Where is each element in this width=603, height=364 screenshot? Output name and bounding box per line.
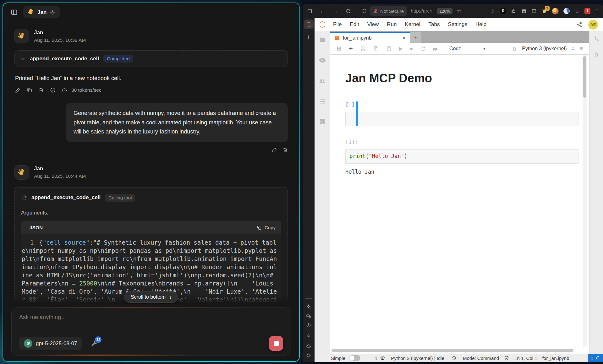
thumbs-up-extension-icon[interactable] <box>511 8 517 14</box>
scrollbar-thumb[interactable] <box>332 349 573 352</box>
copy-cell-icon[interactable] <box>373 46 379 52</box>
code-cell-1[interactable]: [1]: print("Hello Jan") Hello Jan <box>345 139 589 175</box>
address-url[interactable]: http://archli <box>411 8 435 14</box>
save-icon[interactable] <box>336 46 342 52</box>
user-avatar[interactable]: AE <box>588 20 598 30</box>
sidebar-toggle-icon[interactable] <box>11 9 18 16</box>
downloads-icon[interactable] <box>490 8 495 14</box>
flame-extension-icon[interactable] <box>574 8 580 14</box>
archive-extension-icon[interactable] <box>521 8 527 14</box>
thread-tab[interactable]: Jan <box>23 6 60 18</box>
toolbar-menu-icon[interactable]: ≡ <box>579 45 583 52</box>
back-icon[interactable]: ← <box>319 8 326 15</box>
model-selector[interactable]: gpt-5-2025-08-07 <box>19 337 82 350</box>
bookmarks-star-icon[interactable]: ☆ <box>306 332 311 339</box>
message-timestamp: Aug 11, 2025, 10:39 AM <box>34 37 86 43</box>
kernel-name[interactable]: Python 3 (ipykernel) <box>522 46 567 52</box>
chat-input[interactable] <box>19 314 283 332</box>
notebook-tab[interactable]: for_jan.ipynb × <box>330 32 410 43</box>
cell-type-select[interactable]: Code ▾ <box>449 46 485 52</box>
menu-help[interactable]: Help <box>471 21 491 28</box>
sparkle-icon[interactable] <box>306 304 311 309</box>
menu-settings[interactable]: Settings <box>444 21 471 28</box>
chat-scroll-area[interactable]: Jan Aug 11, 2025, 10:39 AM append_execut… <box>3 21 299 304</box>
edit-icon[interactable] <box>272 147 277 153</box>
debugger-bug-icon[interactable] <box>593 51 600 57</box>
kernel-count[interactable]: 1 <box>375 356 377 361</box>
cloud-icon[interactable] <box>306 343 311 349</box>
new-tab-icon[interactable]: + <box>307 33 310 41</box>
paste-cell-icon[interactable] <box>386 46 392 52</box>
avatar-extension-icon[interactable] <box>552 8 559 14</box>
forward-icon[interactable]: → <box>332 8 339 15</box>
restart-kernel-icon[interactable] <box>420 46 425 52</box>
jupyter-favicon-tab[interactable] <box>304 19 314 29</box>
menu-run[interactable]: Run <box>383 21 401 28</box>
settings-gear-icon[interactable] <box>306 353 311 358</box>
tool-call-completed[interactable]: append_execute_code_cell Completed <box>14 50 288 67</box>
debugger-bug-icon[interactable] <box>512 46 517 52</box>
trust-shield-icon[interactable] <box>504 356 509 361</box>
tools-button[interactable]: 12 <box>90 340 98 347</box>
menu-kernel[interactable]: Kernel <box>401 21 424 28</box>
kernel-status-text[interactable]: Python 3 (ipykernel) | Idle <box>391 356 444 361</box>
notebook-content[interactable]: Jan MCP Demo [ ]: [1]: print("Hello Jan"… <box>330 55 589 354</box>
delete-icon[interactable] <box>38 87 44 93</box>
tool-call-header[interactable]: append_execute_code_cell Calling tool <box>21 194 281 202</box>
history-icon[interactable] <box>451 356 457 361</box>
file-browser-icon[interactable] <box>319 36 326 43</box>
info-icon[interactable] <box>50 87 56 93</box>
share-icon[interactable] <box>577 22 583 28</box>
notification-extension-icon[interactable]: 1 <box>584 8 590 14</box>
menu-view[interactable]: View <box>363 21 383 28</box>
delete-icon[interactable] <box>282 147 288 153</box>
cell-editor[interactable]: print("Hello Jan") <box>345 149 578 164</box>
scrollbar-thumb[interactable] <box>583 56 586 98</box>
collaboration-users-icon[interactable] <box>319 77 326 85</box>
bookmark-star-icon[interactable]: ☆ <box>457 8 462 14</box>
history-clock-icon[interactable] <box>306 323 311 328</box>
simple-mode-toggle[interactable] <box>349 355 360 361</box>
tab-overview-icon[interactable] <box>307 8 312 14</box>
cursor-position[interactable]: Ln 1, Col 1 <box>514 356 537 361</box>
device-extension-icon[interactable] <box>531 8 537 14</box>
menu-file[interactable]: File <box>329 21 346 28</box>
run-all-icon[interactable]: ▶▶ <box>433 46 437 51</box>
horizontal-scrollbar[interactable] <box>332 349 581 352</box>
site-security-chip[interactable]: Not Secure <box>370 6 407 16</box>
menu-edit[interactable]: Edit <box>346 21 363 28</box>
property-inspector-gears-icon[interactable] <box>593 35 600 42</box>
add-cell-icon[interactable]: + <box>349 45 353 53</box>
mode-indicator[interactable]: Mode: Command <box>463 356 499 361</box>
extension-manager-icon[interactable] <box>319 118 326 125</box>
stop-kernel-icon[interactable]: ■ <box>410 46 413 51</box>
table-of-contents-icon[interactable] <box>319 98 326 105</box>
menu-items: FileEditViewRunKernelTabsSettingsHelp <box>329 21 491 28</box>
code-token: ) <box>404 153 407 159</box>
menu-tabs[interactable]: Tabs <box>425 21 444 28</box>
edit-icon[interactable] <box>15 87 21 93</box>
circle-extension-icon[interactable] <box>563 8 570 14</box>
status-badge: Completed <box>103 55 133 62</box>
scroll-to-bottom-button[interactable]: Scroll to bottom ↓ <box>124 291 178 303</box>
code-cell-empty[interactable]: [ ]: <box>345 101 589 126</box>
zoom-level-badge[interactable]: 120% <box>437 8 452 14</box>
vertical-scrollbar[interactable] <box>583 55 587 347</box>
browser-menu-icon[interactable]: ≡ <box>595 8 599 14</box>
run-cell-icon[interactable]: ▶ <box>399 46 403 52</box>
jan-extension-icon[interactable]: 1 <box>541 8 547 14</box>
copy-icon[interactable] <box>27 87 32 93</box>
notifications-button[interactable]: 1 <box>588 354 603 362</box>
shield-icon[interactable] <box>362 8 367 14</box>
copy-code-button[interactable]: Copy <box>257 225 276 230</box>
new-notebook-tab-icon[interactable]: + <box>410 32 421 43</box>
running-sessions-icon[interactable] <box>319 57 326 64</box>
stop-generation-button[interactable] <box>269 336 283 351</box>
thread-settings-gear-icon[interactable] <box>50 9 55 15</box>
cell-editor[interactable] <box>345 112 578 126</box>
close-tab-icon[interactable]: × <box>403 35 406 41</box>
r-extension-icon[interactable]: R <box>500 8 507 14</box>
cut-cell-icon[interactable] <box>360 46 366 52</box>
reload-icon[interactable] <box>346 8 351 14</box>
devices-icon[interactable] <box>306 313 311 318</box>
